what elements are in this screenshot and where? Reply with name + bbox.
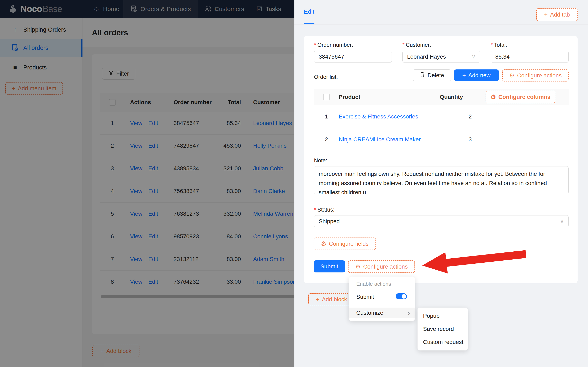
cell-quantity: 2 [440,113,485,120]
submenu-item[interactable]: Popup [417,309,468,323]
delete-button[interactable]: Delete [413,69,451,81]
menu-item-submit[interactable]: Submit [356,292,374,301]
cell-product-link[interactable]: Exercise & Fitness Accessories [339,113,440,120]
red-annotation-arrow [415,245,531,276]
row-index: 1 [314,113,339,120]
order-number-label: * Order number: [314,42,353,48]
configure-fields-button[interactable]: ⚙ Configure fields [314,238,376,250]
add-new-button[interactable]: + Add new [454,69,499,81]
subtable-body: 1 Exercise & Fitness Accessories 2 2 Nin… [314,105,569,151]
note-textarea[interactable]: moreover man feelings own shy. Request n… [314,166,569,194]
customer-select[interactable]: Leonard Hayes ∨ [402,51,480,63]
subtable-header: Product Quantity ⚙ Configure columns [314,89,569,105]
required-asterisk: * [402,42,405,48]
customize-submenu: Popup Save record Custom request [417,308,468,350]
configure-actions-button-orderlist[interactable]: ⚙ Configure actions [502,69,569,82]
total-label: * Total: [491,42,507,48]
gear-icon: ⚙ [355,264,361,270]
active-tab-indicator [304,23,314,24]
order-list-subtable: Product Quantity ⚙ Configure columns 1 E… [314,89,569,151]
toggle-knob [402,294,406,299]
menu-divider [349,307,415,307]
submenu-item[interactable]: Custom request [417,335,468,349]
select-all-checkbox[interactable] [323,94,330,100]
order-list-label: Order list: [314,74,338,81]
customize-submenu-list: Popup Save record Custom request [417,309,468,349]
chevron-right-icon: › [408,309,410,317]
col-header-quantity: Quantity [440,94,485,100]
menu-item-customize[interactable]: Customize › [349,308,415,318]
submenu-item[interactable]: Save record [417,323,468,335]
add-tab-button[interactable]: + Add tab [536,8,578,21]
configure-columns-button[interactable]: ⚙ Configure columns [485,91,555,103]
menu-group-label: Enable actions [356,279,391,288]
gear-icon: ⚙ [321,241,327,247]
status-label: * Status: [314,206,335,213]
trash-icon [420,72,425,79]
submit-button[interactable]: Submit [314,260,345,272]
chevron-down-icon: ∨ [560,218,564,225]
plus-icon: + [544,12,548,18]
required-asterisk: * [491,42,493,48]
tab-edit[interactable]: Edit [304,0,314,23]
order-number-field[interactable] [314,51,392,63]
plus-icon: + [316,296,319,302]
column-divider [440,93,440,102]
customer-label: * Customer: [402,42,431,48]
required-asterisk: * [314,42,316,48]
status-select[interactable]: Shipped ∨ [314,215,569,227]
cell-quantity: 3 [440,136,485,143]
submit-toggle[interactable] [396,293,407,299]
gear-icon: ⚙ [509,73,515,79]
tabbar-divider [294,25,588,25]
chevron-down-icon: ∨ [472,53,475,60]
gear-icon: ⚙ [490,94,496,100]
cell-product-link[interactable]: Ninja CREAMi Ice Cream Maker [339,136,440,143]
col-header-product: Product [339,94,440,100]
note-label: Note: [314,157,327,164]
configure-actions-button-form[interactable]: ⚙ Configure actions [348,260,415,273]
plus-icon: + [462,72,466,78]
column-divider [485,93,486,102]
add-block-button-drawer[interactable]: + Add block [308,293,355,305]
total-field[interactable] [491,51,569,63]
configure-actions-menu: Enable actions Submit Customize › [349,276,415,321]
row-index: 2 [314,136,339,143]
subtable-row: 1 Exercise & Fitness Accessories 2 [314,105,569,128]
required-asterisk: * [314,207,316,213]
subtable-row: 2 Ninja CREAMi Ice Cream Maker 3 [314,128,569,151]
